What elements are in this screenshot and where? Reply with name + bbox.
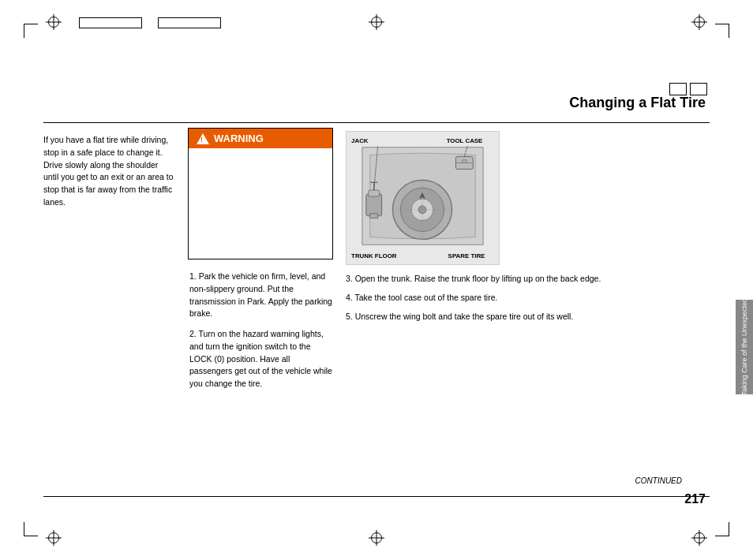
right-steps-list: 3. Open the trunk. Raise the trunk floor… bbox=[346, 273, 710, 323]
svg-rect-7 bbox=[370, 214, 378, 218]
step-1-number: 1. bbox=[189, 271, 199, 281]
side-tab: Taking Care of the Unexpected bbox=[736, 300, 753, 394]
step-4: 4. Take the tool case out of the spare t… bbox=[346, 292, 710, 304]
corner-mark-bl bbox=[24, 522, 38, 536]
step-3: 3. Open the trunk. Raise the trunk floor… bbox=[346, 273, 710, 286]
svg-text:SPARE TIRE: SPARE TIRE bbox=[448, 252, 485, 259]
warning-header: WARNING bbox=[189, 129, 332, 148]
side-tab-text: Taking Care of the Unexpected bbox=[740, 298, 748, 396]
svg-rect-5 bbox=[366, 194, 382, 216]
middle-column: WARNING 1. Park the vehicle on firm, lev… bbox=[182, 128, 339, 489]
left-steps-list: 1. Park the vehicle on firm, level, and … bbox=[188, 267, 333, 390]
reg-mark-tr bbox=[691, 14, 707, 30]
step-1-text: Park the vehicle on firm, level, and non… bbox=[189, 271, 332, 318]
step-4-text: Take the tool case out of the spare tire… bbox=[354, 293, 497, 302]
step-4-number: 4. bbox=[346, 293, 354, 302]
svg-text:TRUNK FLOOR: TRUNK FLOOR bbox=[351, 252, 397, 259]
step-3-text: Open the trunk. Raise the trunk floor by… bbox=[355, 274, 601, 283]
top-line-box-1 bbox=[79, 17, 142, 28]
reg-mark-bc bbox=[369, 530, 384, 546]
reg-mark-br bbox=[691, 530, 707, 546]
page-number: 217 bbox=[684, 492, 706, 506]
top-right-box-2 bbox=[690, 83, 707, 95]
step-5-number: 5. bbox=[346, 312, 355, 321]
step-2-number: 2. bbox=[189, 329, 198, 338]
page-title: Changing a Flat Tire bbox=[569, 95, 706, 111]
trunk-diagram: JACK TOOL CASE TRUNK FLOOR SPARE TIRE bbox=[346, 131, 500, 265]
corner-mark-br bbox=[715, 522, 729, 536]
step-2: 2. Turn on the hazard warning lights, an… bbox=[188, 328, 333, 390]
reg-mark-bl bbox=[46, 530, 62, 546]
trunk-diagram-svg: JACK TOOL CASE TRUNK FLOOR SPARE TIRE bbox=[347, 132, 499, 264]
svg-text:JACK: JACK bbox=[351, 137, 369, 144]
top-line-box-2 bbox=[158, 17, 221, 28]
svg-rect-6 bbox=[369, 190, 380, 196]
right-column: JACK TOOL CASE TRUNK FLOOR SPARE TIRE 3.… bbox=[339, 128, 710, 489]
reg-mark-tl bbox=[46, 14, 62, 30]
reg-mark-tc bbox=[369, 14, 384, 30]
top-right-boxes bbox=[669, 83, 707, 95]
warning-box: WARNING bbox=[188, 128, 333, 259]
top-right-box-1 bbox=[669, 83, 687, 95]
warning-triangle-icon bbox=[197, 133, 209, 144]
step-5-text: Unscrew the wing bolt and take the spare… bbox=[355, 312, 574, 321]
warning-label: WARNING bbox=[214, 133, 264, 144]
continued-label: CONTINUED bbox=[635, 476, 682, 485]
left-column: If you have a flat tire while driving, s… bbox=[43, 128, 182, 489]
svg-text:TOOL CASE: TOOL CASE bbox=[447, 137, 483, 144]
step-1: 1. Park the vehicle on firm, level, and … bbox=[188, 271, 333, 320]
corner-mark-tr bbox=[715, 24, 729, 38]
warning-body bbox=[189, 148, 332, 259]
svg-rect-12 bbox=[462, 160, 466, 163]
step-5: 5. Unscrew the wing bolt and take the sp… bbox=[346, 311, 710, 323]
bottom-rule bbox=[43, 496, 710, 497]
step-3-number: 3. bbox=[346, 274, 355, 283]
corner-mark-tl bbox=[24, 24, 38, 38]
intro-text: If you have a flat tire while driving, s… bbox=[43, 134, 174, 209]
top-line-boxes bbox=[79, 17, 221, 28]
step-2-text: Turn on the hazard warning lights, and t… bbox=[189, 329, 332, 388]
main-content: If you have a flat tire while driving, s… bbox=[43, 128, 710, 489]
title-rule bbox=[43, 122, 710, 123]
